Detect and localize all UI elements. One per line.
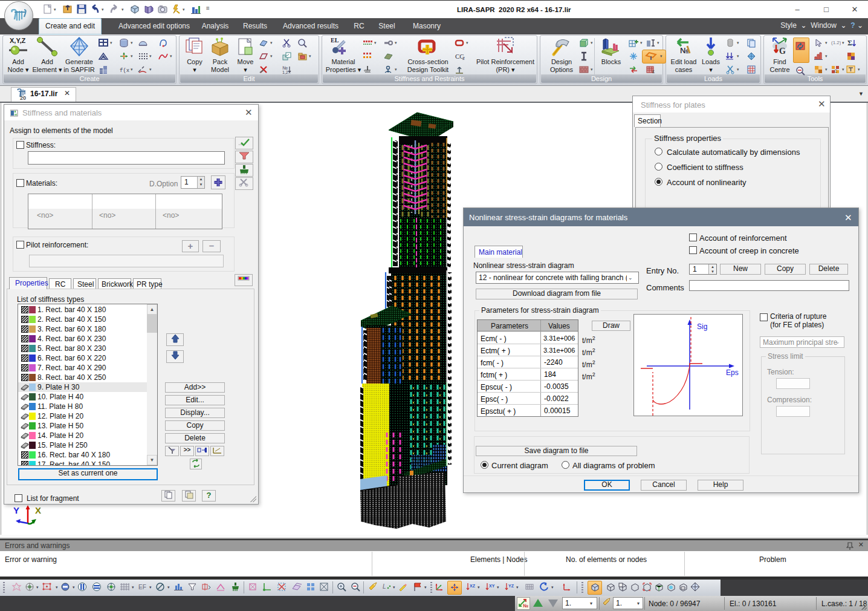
svg-text:f(x,y): f(x,y): [120, 68, 129, 74]
svg-text:£: £: [652, 70, 655, 74]
svg-text:X,Y,Z: X,Y,Z: [10, 37, 26, 44]
svg-text:XZ: XZ: [470, 584, 476, 588]
svg-text:G: G: [779, 47, 786, 56]
svg-text:C: C: [834, 69, 837, 73]
svg-text:EL: EL: [331, 37, 339, 44]
svg-text:XY: XY: [489, 584, 495, 588]
svg-text:L: L: [383, 583, 386, 590]
svg-text:X: X: [35, 505, 41, 515]
svg-text:YZ: YZ: [508, 584, 514, 588]
svg-text:Y: Y: [13, 505, 19, 515]
svg-text:20: 20: [20, 95, 26, 100]
svg-text:Eps: Eps: [726, 368, 739, 377]
svg-text:№: №: [523, 603, 528, 609]
svg-text:EF: EF: [138, 584, 146, 590]
svg-text:(1.2): (1.2): [831, 40, 841, 45]
svg-text:Sig: Sig: [697, 322, 707, 331]
svg-text:Σ: Σ: [847, 39, 852, 47]
